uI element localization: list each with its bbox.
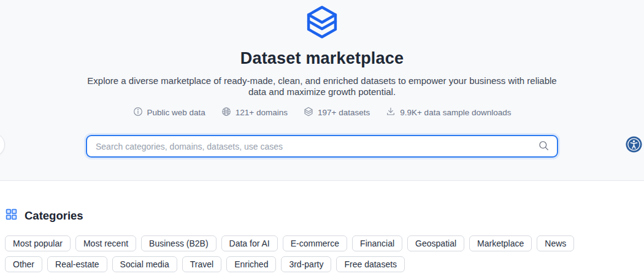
stat-domains: 121+ domains xyxy=(221,107,288,118)
category-chip-other[interactable]: Other xyxy=(5,256,42,272)
stat-datasets: 197+ datasets xyxy=(304,107,370,118)
category-chip-list: Most popularMost recentBusiness (B2B)Dat… xyxy=(5,235,606,272)
categories-section: Categories Most popularMost recentBusine… xyxy=(0,181,644,272)
globe-icon xyxy=(221,107,231,118)
category-chip-marketplace[interactable]: Marketplace xyxy=(469,235,532,251)
stat-label: 9.9K+ data sample downloads xyxy=(400,108,511,117)
hero-section: Dataset marketplace Explore a diverse ma… xyxy=(0,0,644,181)
search-bar xyxy=(86,135,558,158)
category-chip-data-for-ai[interactable]: Data for AI xyxy=(221,235,278,251)
stat-public-web-data: Public web data xyxy=(133,107,205,118)
stat-downloads: 9.9K+ data sample downloads xyxy=(386,107,511,118)
page-subtitle: Explore a diverse marketplace of ready-m… xyxy=(80,75,564,97)
search-submit-button[interactable] xyxy=(532,135,554,158)
categories-title: Categories xyxy=(25,209,83,223)
dataset-marketplace-logo xyxy=(0,0,644,42)
download-icon xyxy=(386,107,396,118)
search-icon xyxy=(538,140,550,153)
search-input[interactable] xyxy=(86,135,558,158)
stat-label: 197+ datasets xyxy=(318,108,370,117)
stats-row: Public web data 121+ domains xyxy=(0,107,644,118)
accessibility-person-icon xyxy=(626,145,642,155)
category-chip-free-datasets[interactable]: Free datasets xyxy=(336,256,405,272)
category-chip-most-recent[interactable]: Most recent xyxy=(75,235,136,251)
grid-icon xyxy=(5,208,18,223)
category-chip-news[interactable]: News xyxy=(537,235,574,251)
category-chip-real-estate[interactable]: Real-estate xyxy=(47,256,107,272)
category-chip-travel[interactable]: Travel xyxy=(182,256,221,272)
page-title: Dataset marketplace xyxy=(0,49,644,68)
layers-cube-icon xyxy=(305,31,339,41)
category-chip-geospatial[interactable]: Geospatial xyxy=(407,235,464,251)
categories-header: Categories xyxy=(5,208,639,223)
category-chip-social-media[interactable]: Social media xyxy=(112,256,177,272)
accessibility-widget-button[interactable] xyxy=(626,136,642,153)
category-chip-e-commerce[interactable]: E-commerce xyxy=(283,235,347,251)
category-chip-3rd-party[interactable]: 3rd-party xyxy=(281,256,331,272)
stat-label: Public web data xyxy=(147,108,205,117)
category-chip-most-popular[interactable]: Most popular xyxy=(5,235,71,251)
category-chip-financial[interactable]: Financial xyxy=(352,235,402,251)
category-chip-business-b2b[interactable]: Business (B2B) xyxy=(141,235,216,251)
info-icon xyxy=(133,107,143,118)
datasets-stack-icon xyxy=(304,107,313,118)
stat-label: 121+ domains xyxy=(236,108,288,117)
carousel-previous-button[interactable] xyxy=(0,133,5,156)
category-chip-enriched[interactable]: Enriched xyxy=(226,256,276,272)
